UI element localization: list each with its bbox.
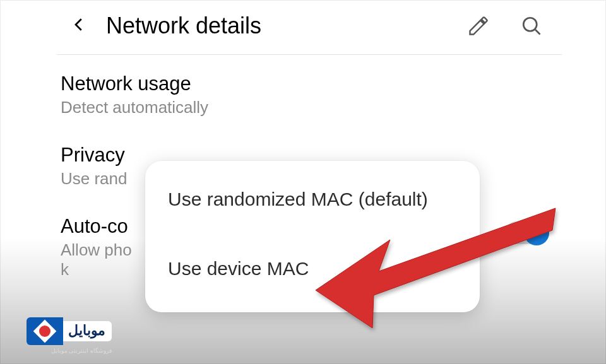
watermark-logo: موبایل فروشگاه اینترنتی موبایل: [27, 317, 112, 345]
search-icon[interactable]: [520, 15, 543, 37]
edit-icon[interactable]: [467, 15, 490, 37]
watermark-tagline: فروشگاه اینترنتی موبایل: [51, 348, 112, 354]
auto-connect-switch[interactable]: [505, 221, 549, 244]
watermark-badge-icon: [27, 317, 63, 345]
watermark-brand: موبایل: [63, 321, 112, 341]
network-usage-label: Network usage: [61, 73, 549, 95]
page-title: Network details: [106, 13, 261, 39]
network-usage-sub: Detect automatically: [61, 98, 549, 117]
option-device-mac[interactable]: Use device MAC: [168, 249, 457, 288]
svg-point-0: [523, 18, 537, 31]
mac-selection-popup: Use randomized MAC (default) Use device …: [145, 161, 480, 312]
back-button[interactable]: [69, 15, 88, 34]
network-usage-row[interactable]: Network usage Detect automatically: [61, 73, 549, 117]
option-randomized-mac[interactable]: Use randomized MAC (default): [168, 180, 457, 219]
svg-line-1: [535, 30, 540, 35]
